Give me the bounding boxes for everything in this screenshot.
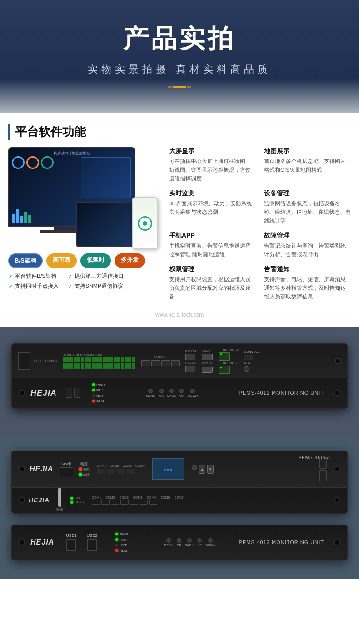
- led-indicators-1: PWR RUN NET ALM: [92, 383, 105, 403]
- hardware-section-2: HEJIA SIM卡 电源 备电 故障: [0, 438, 359, 579]
- features-grid: 大屏显示 可在指挥中心大屏上通过柱状图、折线图、饼图显示运维概况，方便运维指挥调…: [169, 147, 351, 301]
- hero-section: 产品实拍 实物实景拍摄 真材实料高品质: [0, 0, 359, 113]
- brand-logo-1: HEJIA: [30, 388, 57, 398]
- feature-realtime: 实时监测 3D界面展示环境、动力、安防系统实时采集与状态监测: [169, 189, 256, 225]
- device-4006a: HEJIA SIM卡 电源 备电 故障: [11, 451, 348, 514]
- device-4012-front: HEJIA USB1 USB2 PWR RUN NET: [11, 525, 348, 560]
- check-item-2: 支持同时千点接入: [15, 282, 59, 290]
- badge-bs: B/S架构: [8, 253, 43, 268]
- antenna: 天线: [56, 488, 63, 512]
- feature-permission: 权限管理 支持用户权限设置，根据运维人员所负责的区域分配对应的权限及设备: [169, 265, 256, 301]
- platform-title: 平台软件功能: [8, 124, 351, 140]
- watermark: www.hejia-tech.com: [8, 307, 351, 320]
- badge-concurrent: 多并发: [115, 253, 145, 268]
- nav-buttons-1: MENU OK BACK UP DOWN: [146, 389, 198, 397]
- check-item-4: 支持SNMP通信协议: [75, 282, 123, 290]
- brand-logo-2: HEJIA: [30, 465, 53, 473]
- led-indicators-3: PWR RUN NET ALM: [115, 532, 128, 553]
- brand-logo-3: HEJIA: [30, 538, 54, 546]
- hardware-section-1: FUSE POWER RS485 RS485 RS485 RS485 RS485: [0, 327, 359, 438]
- nav-buttons-3: MENU OK BACK UP DOWN: [164, 538, 215, 547]
- hero-divider: [9, 86, 350, 88]
- feature-device-mgmt: 设备管理 监测网络设备状态，包括设备名称、经纬度、IP地址、在线状态、离线统计等: [264, 189, 351, 225]
- badge-lowlatency: 低延时: [80, 253, 111, 268]
- phone-mockup: [132, 197, 158, 249]
- hero-title: 产品实拍: [9, 22, 350, 56]
- feature-map: 地图展示 首页地图多个机房总览、支持图片格式和GIS矢量地图格式: [264, 147, 351, 183]
- check-item-1: 平台软件B/S架构: [15, 272, 56, 280]
- feature-app: 手机APP 手机实时查看、告警信息推送远程控制管理 随时随地运维: [169, 232, 256, 259]
- badge-reliable: 高可靠: [46, 253, 77, 268]
- product-label-4006a: PEMS-4006A: [298, 455, 330, 460]
- badges-row: B/S架构 高可靠 低延时 多并发: [8, 253, 163, 268]
- feature-fault: 故障管理 告警记录统计与查询、告警类别统计分析、告警报表导出: [264, 232, 351, 259]
- hero-subtitle: 实物实景拍摄 真材实料高品质: [9, 63, 350, 76]
- check-item-3: 提供第三方通信接口: [75, 272, 124, 280]
- product-label-4012-front: PEMS-4012 MONITORING UNIT: [239, 540, 324, 545]
- usb1-label: USB1: [66, 533, 77, 538]
- feature-bigscreen: 大屏显示 可在指挥中心大屏上通过柱状图、折线图、饼图显示运维概况，方便运维指挥调…: [169, 147, 256, 183]
- lcd-display: ■ ■ ■: [152, 458, 184, 480]
- feature-alert: 告警通知 支持声音、电话、短信、屏幕消息通知等多种报警方式，及时告知运维人员获取…: [264, 265, 351, 301]
- product-label-1: PEMS-4012 MONITORING UNIT: [239, 390, 324, 396]
- checklist-right: ✓ 提供第三方通信接口 ✓ 支持SNMP通信协议: [68, 272, 124, 290]
- platform-visual: 机房动力环境监控平台: [8, 147, 163, 290]
- usb2-label: USB2: [87, 533, 98, 538]
- device-back-panel: FUSE POWER RS485 RS485 RS485 RS485 RS485: [11, 343, 348, 409]
- platform-section: 平台软件功能 机房动力环境监控平台: [0, 113, 359, 327]
- tablet-mockup: [76, 202, 140, 247]
- checklist-left: ✓ 平台软件B/S架构 ✓ 支持同时千点接入: [8, 272, 59, 290]
